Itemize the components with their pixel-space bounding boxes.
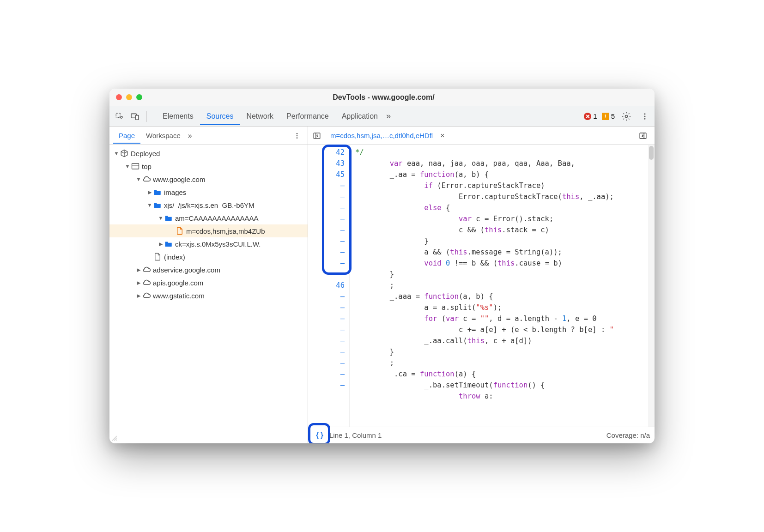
tree-item[interactable]: ▼top (109, 160, 308, 173)
svg-rect-2 (136, 115, 139, 120)
svg-point-8 (297, 135, 298, 136)
tree-item[interactable]: ▼www.google.com (109, 173, 308, 186)
tree-item[interactable]: m=cdos,hsm,jsa,mb4ZUb (109, 224, 308, 237)
select-element-icon[interactable] (112, 109, 126, 123)
main-content: Page Workspace » ▼Deployed▼top▼www.googl… (109, 127, 655, 443)
error-icon (584, 113, 591, 120)
editor-tab-active[interactable]: m=cdos,hsm,jsa,…c,dtl0hd,eHDfl × (326, 127, 449, 145)
toggle-debugger-icon[interactable] (637, 130, 649, 142)
scrollbar[interactable] (648, 145, 655, 427)
warning-icon: ! (602, 113, 609, 120)
scroll-thumb[interactable] (649, 146, 654, 160)
coverage-status: Coverage: n/a (606, 431, 650, 439)
tree-item[interactable]: ▼xjs/_/js/k=xjs.s.en_GB.-b6YM (109, 199, 308, 212)
editor-statusbar: Line 1, Column 1 Coverage: n/a (308, 427, 655, 443)
tab-performance[interactable]: Performance (280, 108, 335, 125)
traffic-lights (116, 94, 142, 100)
warning-count[interactable]: ! 5 (602, 112, 615, 120)
code-editor[interactable]: 424345–––––––––46––––––––– */ var eaa, n… (308, 145, 655, 427)
navigator-menu-icon[interactable] (290, 129, 304, 143)
tree-item[interactable]: ▶ck=xjs.s.0Mx5ys3sCUI.L.W. (109, 237, 308, 250)
navigator-pane: Page Workspace » ▼Deployed▼top▼www.googl… (109, 127, 308, 443)
resize-handle[interactable] (109, 433, 120, 443)
main-toolbar: Elements Sources Network Performance App… (109, 106, 655, 127)
svg-point-6 (644, 118, 646, 119)
svg-rect-10 (132, 163, 139, 169)
subtab-workspace[interactable]: Workspace (140, 127, 186, 144)
file-tree[interactable]: ▼Deployed▼top▼www.google.com▶images▼xjs/… (109, 145, 308, 443)
tab-application[interactable]: Application (335, 108, 384, 125)
svg-point-9 (297, 137, 298, 139)
tree-item[interactable]: ▶adservice.google.com (109, 263, 308, 276)
navigator-tabs: Page Workspace » (109, 127, 308, 145)
tab-elements[interactable]: Elements (156, 108, 200, 125)
tab-network[interactable]: Network (240, 108, 280, 125)
devtools-window: DevTools - www.google.com/ Elements Sour… (109, 89, 655, 443)
tree-item[interactable]: ▶images (109, 186, 308, 199)
error-count[interactable]: 1 (584, 112, 597, 120)
panel-tabs: Elements Sources Network Performance App… (156, 108, 391, 125)
editor-tab-bar: m=cdos,hsm,jsa,…c,dtl0hd,eHDfl × (308, 127, 655, 145)
more-subtabs-icon[interactable]: » (188, 132, 192, 140)
editor-tab-label: m=cdos,hsm,jsa,…c,dtl0hd,eHDfl (330, 132, 433, 139)
line-gutter[interactable]: 424345–––––––––46––––––––– (308, 145, 350, 427)
tree-item[interactable]: (index) (109, 250, 308, 263)
subtab-page[interactable]: Page (113, 127, 140, 144)
close-button[interactable] (116, 94, 122, 100)
more-menu-icon[interactable] (638, 109, 652, 123)
titlebar: DevTools - www.google.com/ (109, 89, 655, 106)
pretty-print-button[interactable] (313, 429, 327, 442)
more-tabs-icon[interactable]: » (386, 111, 391, 121)
window-title: DevTools - www.google.com/ (142, 93, 625, 102)
tree-item[interactable]: ▼Deployed (109, 147, 308, 160)
svg-point-5 (644, 115, 646, 117)
device-toggle-icon[interactable] (128, 109, 142, 123)
editor-pane: m=cdos,hsm,jsa,…c,dtl0hd,eHDfl × 424345–… (308, 127, 655, 443)
svg-point-7 (297, 133, 298, 134)
tree-item[interactable]: ▶apis.google.com (109, 276, 308, 289)
cursor-position: Line 1, Column 1 (329, 431, 382, 439)
tree-item[interactable]: ▼am=CAAAAAAAAAAAAAA (109, 212, 308, 224)
minimize-button[interactable] (126, 94, 132, 100)
tree-item[interactable]: ▶www.gstatic.com (109, 289, 308, 302)
svg-point-3 (625, 115, 628, 117)
tab-sources[interactable]: Sources (200, 108, 240, 125)
toggle-navigator-icon[interactable] (311, 130, 323, 142)
settings-icon[interactable] (619, 109, 633, 123)
svg-point-4 (644, 113, 646, 115)
maximize-button[interactable] (136, 94, 142, 100)
code-content[interactable]: */ var eaa, naa, jaa, oaa, paa, qaa, Aaa… (350, 145, 655, 427)
close-tab-icon[interactable]: × (440, 132, 444, 140)
